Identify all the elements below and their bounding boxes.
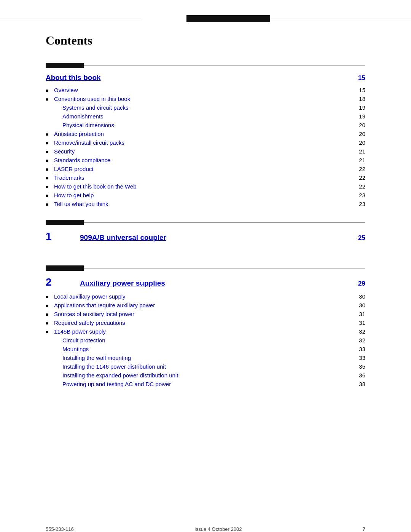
toc-sub-link[interactable]: Installing the wall mounting xyxy=(62,355,131,361)
toc-sub-entry: Installing the wall mounting33 xyxy=(46,353,365,362)
toc-link[interactable]: Remove/install circuit packs xyxy=(54,139,124,146)
section-ch1: 1909A/B universal coupler25 xyxy=(46,220,365,254)
bullet-icon: ■ xyxy=(46,141,51,146)
bullet-icon: ■ xyxy=(46,184,51,190)
toc-entry: ■Applications that require auxiliary pow… xyxy=(46,301,365,310)
toc-sub-entry: Installing the 1146 power distribution u… xyxy=(46,362,365,371)
toc-link[interactable]: Conventions used in this book xyxy=(54,96,130,102)
top-decorative-bar xyxy=(0,15,411,22)
toc-entry: ■Standards compliance21 xyxy=(46,156,365,165)
section-ch2: 2Auxiliary power supplies29■Local auxili… xyxy=(46,265,365,388)
section-divider-line-ch2 xyxy=(84,268,365,268)
footer-page: 7 xyxy=(363,526,365,532)
bullet-icon: ■ xyxy=(46,329,51,335)
bullet-icon: ■ xyxy=(46,312,51,317)
section-pagenum-ch1: 25 xyxy=(358,234,365,242)
toc-page: 30 xyxy=(354,293,365,300)
toc-entry: ■Tell us what you think23 xyxy=(46,200,365,208)
toc-link[interactable]: Security xyxy=(54,148,75,155)
toc-link[interactable]: Required safety precautions xyxy=(54,320,125,326)
toc-link[interactable]: How to get help xyxy=(54,192,94,198)
toc-entry: ■Antistatic protection20 xyxy=(46,129,365,138)
toc-page: 18 xyxy=(354,96,365,102)
section-divider-block-ch2 xyxy=(46,265,84,271)
bullet-icon: ■ xyxy=(46,294,51,300)
toc-page: 20 xyxy=(354,139,365,146)
section-title-ch2[interactable]: Auxiliary power supplies xyxy=(80,279,165,288)
toc-link[interactable]: Sources of auxiliary local power xyxy=(54,311,134,317)
toc-entry: ■Overview15 xyxy=(46,86,365,94)
toc-sub-page: 35 xyxy=(354,363,365,370)
toc-sub-entry: Systems and circuit packs19 xyxy=(46,103,365,112)
toc-sub-entry: Mountings33 xyxy=(46,345,365,353)
section-header-about: About this book15 xyxy=(46,68,365,86)
section-title-about[interactable]: About this book xyxy=(46,73,101,82)
toc-link[interactable]: Local auxiliary power supply xyxy=(54,293,126,300)
toc-sub-link[interactable]: Systems and circuit packs xyxy=(62,104,128,111)
section-about: About this book15■Overview15■Conventions… xyxy=(46,63,365,208)
toc-link[interactable]: How to get this book on the Web xyxy=(54,183,137,190)
toc-link[interactable]: Tell us what you think xyxy=(54,201,108,207)
section-header-left-ch2: 2Auxiliary power supplies xyxy=(46,276,165,288)
toc-link[interactable]: Overview xyxy=(54,87,78,93)
section-divider-block-about xyxy=(46,63,84,68)
toc-entry: ■Remove/install circuit packs20 xyxy=(46,138,365,147)
toc-sub-page: 33 xyxy=(354,355,365,361)
toc-page: 22 xyxy=(354,166,365,172)
bullet-icon: ■ xyxy=(46,158,51,163)
toc-link[interactable]: LASER product xyxy=(54,166,93,172)
toc-container: About this book15■Overview15■Conventions… xyxy=(0,63,411,388)
toc-entry: ■How to get help23 xyxy=(46,191,365,200)
footer-issue: Issue 4 October 2002 xyxy=(194,526,242,532)
top-bar-line-right xyxy=(270,19,411,19)
bullet-icon: ■ xyxy=(46,97,51,102)
bullet-icon: ■ xyxy=(46,149,51,155)
footer-doc-num: 555-233-116 xyxy=(46,526,74,532)
bullet-icon: ■ xyxy=(46,88,51,93)
toc-sub-page: 20 xyxy=(354,122,365,128)
toc-sub-link[interactable]: Physical dimensions xyxy=(62,122,114,128)
section-divider-block-ch1 xyxy=(46,220,84,225)
section-pagenum-ch2: 29 xyxy=(358,280,365,288)
top-bar-block xyxy=(186,15,270,22)
page-title-area: Contents xyxy=(0,22,411,51)
section-header-ch1: 1909A/B universal coupler25 xyxy=(46,225,365,246)
toc-page: 15 xyxy=(354,87,365,93)
toc-sub-link[interactable]: Installing the 1146 power distribution u… xyxy=(62,363,166,370)
section-header-ch2: 2Auxiliary power supplies29 xyxy=(46,271,365,292)
bullet-icon: ■ xyxy=(46,167,51,172)
toc-page: 23 xyxy=(354,201,365,207)
toc-page: 22 xyxy=(354,183,365,190)
top-bar-line-left xyxy=(0,19,141,19)
footer: 555-233-116 Issue 4 October 2002 7 xyxy=(0,526,411,532)
toc-sub-entry: Powering up and testing AC and DC power3… xyxy=(46,380,365,388)
toc-page: 20 xyxy=(354,131,365,137)
section-header-left-about: About this book xyxy=(46,73,101,82)
bullet-icon: ■ xyxy=(46,176,51,181)
toc-link[interactable]: Trademarks xyxy=(54,174,84,181)
section-divider-about xyxy=(46,63,365,68)
toc-sub-entry: Installing the expanded power distributi… xyxy=(46,371,365,380)
chapter-num-ch2: 2 xyxy=(46,276,68,288)
toc-sub-entry: Circuit protection32 xyxy=(46,336,365,345)
toc-sub-page: 19 xyxy=(354,113,365,120)
toc-sub-link[interactable]: Powering up and testing AC and DC power xyxy=(62,381,171,387)
section-title-ch1[interactable]: 909A/B universal coupler xyxy=(80,233,166,242)
section-pagenum-about: 15 xyxy=(358,74,365,82)
toc-link[interactable]: Standards compliance xyxy=(54,157,110,163)
section-divider-line-about xyxy=(84,66,365,66)
page: Contents About this book15■Overview15■Co… xyxy=(0,15,411,532)
section-header-left-ch1: 1909A/B universal coupler xyxy=(46,230,166,243)
toc-link[interactable]: Antistatic protection xyxy=(54,131,104,137)
toc-link[interactable]: Applications that require auxiliary powe… xyxy=(54,302,155,308)
toc-page: 21 xyxy=(354,157,365,163)
toc-sub-link[interactable]: Mountings xyxy=(62,346,89,352)
toc-sub-page: 36 xyxy=(354,372,365,379)
toc-sub-link[interactable]: Circuit protection xyxy=(62,337,105,343)
bullet-icon: ■ xyxy=(46,303,51,308)
toc-sub-link[interactable]: Admonishments xyxy=(62,113,104,120)
toc-sub-link[interactable]: Installing the expanded power distributi… xyxy=(62,372,178,379)
toc-link[interactable]: 1145B power supply xyxy=(54,328,106,335)
toc-page: 22 xyxy=(354,174,365,181)
toc-page: 30 xyxy=(354,302,365,308)
